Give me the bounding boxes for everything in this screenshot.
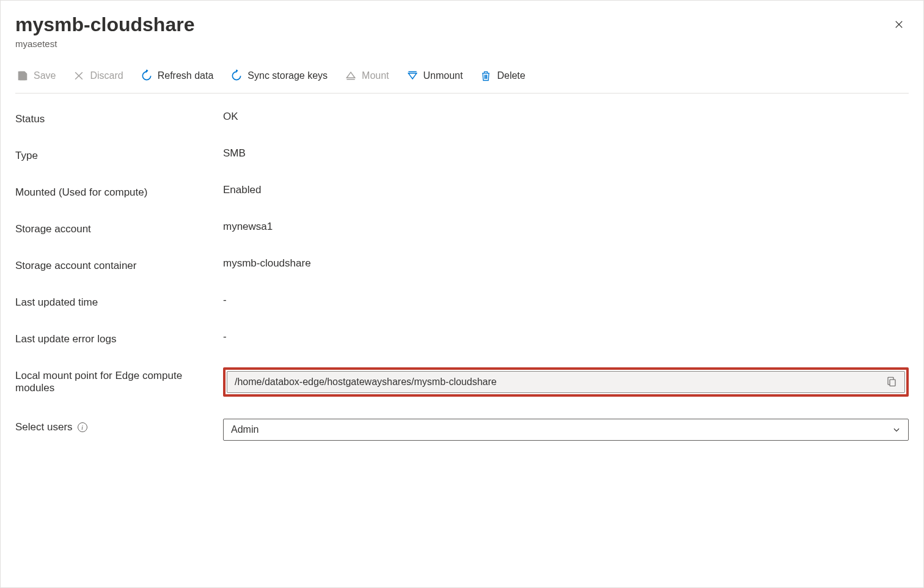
last-updated-row: Last updated time -: [15, 294, 909, 309]
error-logs-value: -: [223, 331, 909, 343]
delete-button[interactable]: Delete: [479, 67, 526, 84]
info-icon[interactable]: i: [78, 422, 87, 432]
svg-marker-8: [346, 73, 354, 78]
storage-account-value: mynewsa1: [223, 221, 909, 233]
select-users-value: Admin: [231, 424, 258, 435]
unmount-icon: [406, 70, 419, 82]
discard-label: Discard: [90, 70, 123, 81]
discard-button: Discard: [72, 67, 124, 84]
last-updated-value: -: [223, 294, 909, 306]
mount-button: Mount: [343, 67, 390, 84]
share-details-panel: mysmb-cloudshare myasetest Save: [0, 0, 924, 588]
error-logs-row: Last update error logs -: [15, 331, 909, 345]
delete-icon: [480, 70, 492, 82]
container-label: Storage account container: [15, 257, 223, 272]
refresh-label: Refresh data: [158, 70, 214, 81]
save-icon: [16, 70, 29, 82]
refresh-button[interactable]: Refresh data: [139, 67, 215, 84]
svg-marker-7: [236, 70, 238, 73]
last-updated-label: Last updated time: [15, 294, 223, 309]
mount-point-highlight: /home/databox-edge/hostgatewayshares/mys…: [223, 367, 909, 397]
select-users-label-text: Select users: [15, 421, 73, 433]
refresh-icon: [141, 70, 153, 82]
container-row: Storage account container mysmb-cloudsha…: [15, 257, 909, 272]
sync-button[interactable]: Sync storage keys: [229, 67, 329, 84]
select-users-dropdown[interactable]: Admin: [223, 419, 909, 441]
svg-rect-2: [20, 72, 24, 75]
svg-rect-3: [20, 76, 25, 80]
close-button[interactable]: [889, 15, 909, 35]
status-row: Status OK: [15, 111, 909, 125]
page-title: mysmb-cloudshare: [15, 13, 909, 36]
mount-point-label: Local mount point for Edge compute modul…: [15, 367, 223, 394]
svg-rect-15: [890, 380, 895, 386]
sync-label: Sync storage keys: [248, 70, 328, 81]
storage-account-label: Storage account: [15, 221, 223, 235]
sync-icon: [230, 70, 243, 82]
error-logs-label: Last update error logs: [15, 331, 223, 345]
delete-label: Delete: [497, 70, 525, 81]
status-label: Status: [15, 111, 223, 125]
mount-point-value: /home/databox-edge/hostgatewayshares/mys…: [235, 377, 884, 388]
mount-point-field: /home/databox-edge/hostgatewayshares/mys…: [227, 371, 905, 393]
type-row: Type SMB: [15, 147, 909, 162]
resource-subtitle: myasetest: [15, 39, 909, 49]
container-value: mysmb-cloudshare: [223, 257, 909, 270]
mounted-row: Mounted (Used for compute) Enabled: [15, 184, 909, 199]
command-toolbar: Save Discard Refresh data: [15, 61, 909, 94]
mount-label: Mount: [362, 70, 389, 81]
unmount-label: Unmount: [424, 70, 463, 81]
copy-icon: [886, 376, 897, 389]
type-value: SMB: [223, 147, 909, 160]
select-users-field: Admin: [223, 419, 909, 441]
save-label: Save: [34, 70, 56, 81]
svg-marker-10: [408, 73, 416, 79]
discard-icon: [73, 70, 85, 82]
mount-point-row: Local mount point for Edge compute modul…: [15, 367, 909, 397]
select-users-label: Select users i: [15, 419, 223, 433]
mounted-value: Enabled: [223, 184, 909, 196]
type-label: Type: [15, 147, 223, 162]
panel-header: mysmb-cloudshare myasetest: [15, 13, 909, 49]
status-value: OK: [223, 111, 909, 123]
storage-account-row: Storage account mynewsa1: [15, 221, 909, 235]
copy-button[interactable]: [884, 373, 900, 391]
mount-icon: [345, 70, 357, 82]
mounted-label: Mounted (Used for compute): [15, 184, 223, 199]
select-users-row: Select users i Admin: [15, 419, 909, 441]
unmount-button[interactable]: Unmount: [405, 67, 464, 84]
svg-marker-6: [146, 70, 148, 73]
close-icon: [893, 19, 904, 32]
chevron-down-icon: [892, 425, 901, 434]
save-button: Save: [15, 67, 57, 84]
